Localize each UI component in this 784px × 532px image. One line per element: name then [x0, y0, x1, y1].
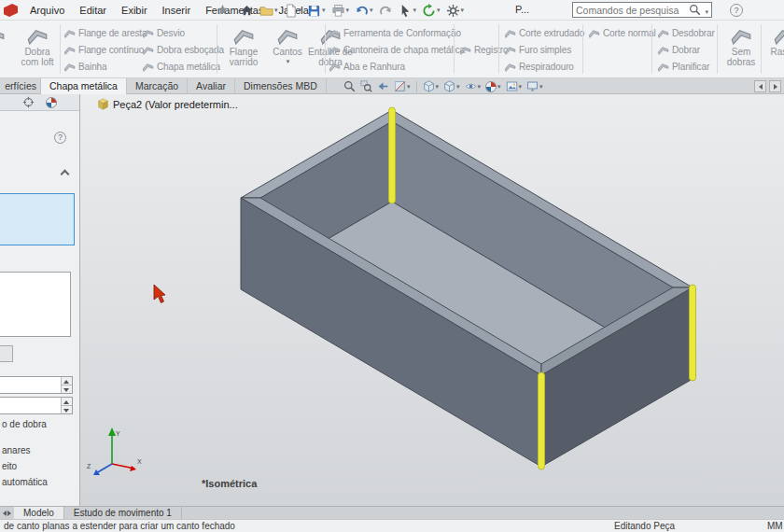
- highlighted-edge-right[interactable]: [690, 285, 696, 381]
- search-icon: [689, 4, 701, 16]
- ribbon-item-respiradouro[interactable]: Respiradouro: [504, 59, 574, 74]
- ribbon-item-bainha[interactable]: Bainha: [63, 59, 107, 74]
- spinner-value[interactable]: [0, 398, 61, 413]
- zoom-area-button[interactable]: [358, 79, 374, 94]
- status-units[interactable]: MM: [767, 520, 783, 532]
- ribbon-button-dobra-com-loft[interactable]: Dobra com loft: [15, 22, 60, 77]
- reference-triad: Y X Z: [86, 423, 146, 483]
- rebuild-button[interactable]: [419, 1, 443, 20]
- ribbon-item-corte-normal[interactable]: Corte normal: [588, 25, 656, 40]
- ribbon-item-planificar[interactable]: Planificar: [657, 59, 709, 74]
- spin-up-button[interactable]: [62, 398, 72, 405]
- ribbon-button-flange-varrido[interactable]: Flange varrido: [220, 22, 267, 77]
- menu-editar[interactable]: Editar: [72, 2, 114, 19]
- 3d-scene: [80, 94, 784, 506]
- ribbon-item-chapa-metalica[interactable]: Chapa metálica: [142, 59, 220, 74]
- ribbon-separator: [717, 24, 718, 74]
- propertymanager-tab-icon[interactable]: [22, 96, 35, 108]
- ribbon-item-registro[interactable]: Registro: [459, 42, 508, 57]
- ribbon-item-dobra-esbocada[interactable]: Dobra esboçada: [142, 42, 224, 57]
- section-view-button[interactable]: [392, 79, 413, 94]
- options-button[interactable]: [443, 1, 468, 20]
- ribbon-item-dobrar[interactable]: Dobrar: [657, 42, 700, 57]
- spinner-value[interactable]: [0, 377, 61, 393]
- sheet-metal-icon: [232, 24, 255, 47]
- panel-small-button[interactable]: [0, 345, 13, 362]
- highlighted-edge-back[interactable]: [389, 107, 396, 203]
- ribbon-item-corte-extrudado[interactable]: Corte extrudado: [504, 25, 584, 40]
- property-manager-panel: ? o de dobra anares eito automática: [0, 94, 80, 506]
- sheet-metal-icon: [63, 44, 76, 56]
- save-button[interactable]: [304, 1, 329, 20]
- collapse-pane-left-button[interactable]: [754, 80, 766, 92]
- ribbon-button-cantos[interactable]: Cantos: [269, 22, 306, 77]
- ribbon-button-sem-dobras[interactable]: Sem dobras: [721, 22, 762, 77]
- redo-button[interactable]: [376, 1, 396, 20]
- ribbon-item-ferramenta-de-conformacao[interactable]: Ferramenta de Conformação: [329, 25, 461, 40]
- tab-avaliar[interactable]: Avaliar: [188, 78, 235, 94]
- triangle-left-icon: [3, 511, 7, 516]
- feature-tree-node[interactable]: Peça2 (Valor predetermin...: [97, 98, 238, 110]
- tab-scroll-buttons[interactable]: [0, 507, 14, 519]
- ribbon-item-desdobrar[interactable]: Desdobrar: [657, 25, 715, 40]
- ribbon-button-clipped[interactable]: [0, 22, 15, 77]
- print-button[interactable]: [329, 1, 353, 20]
- triad-y-label: Y: [116, 430, 120, 437]
- zoom-area-icon: [360, 80, 372, 92]
- undo-button[interactable]: [352, 1, 376, 20]
- view-settings-button[interactable]: [525, 79, 545, 94]
- selection-listbox[interactable]: [0, 193, 75, 245]
- new-document-button[interactable]: [281, 1, 305, 20]
- ribbon-item-furo-simples[interactable]: Furo simples: [504, 42, 571, 57]
- sheet-metal-icon: [63, 61, 76, 73]
- spin-up-button[interactable]: [62, 377, 72, 385]
- ribbon-button-rasgo[interactable]: Rasgo: [763, 22, 784, 77]
- thickness-spinner[interactable]: [0, 376, 73, 394]
- select-button[interactable]: [396, 1, 420, 20]
- spin-down-button[interactable]: [62, 405, 72, 413]
- previous-view-button[interactable]: [375, 79, 391, 94]
- tab-modelo[interactable]: Modelo: [14, 507, 64, 519]
- tab-superficies[interactable]: erfícies: [0, 78, 41, 94]
- apply-scene-button[interactable]: [504, 79, 525, 94]
- collapse-pane-right-button[interactable]: [769, 80, 781, 92]
- spin-down-button[interactable]: [62, 385, 72, 393]
- tab-estudo-de-movimento[interactable]: Estudo de movimento 1: [64, 507, 182, 519]
- hide-show-items-button[interactable]: [463, 79, 483, 94]
- tab-marcacao[interactable]: Marcação: [127, 78, 188, 94]
- search-input[interactable]: [576, 5, 686, 16]
- view-orientation-button[interactable]: [421, 79, 441, 94]
- open-button[interactable]: [257, 1, 281, 20]
- items-listbox[interactable]: [0, 272, 71, 337]
- highlighted-edge-front[interactable]: [539, 372, 545, 469]
- panel-help-button[interactable]: ?: [54, 132, 66, 144]
- sheet-metal-icon: [329, 61, 341, 73]
- zoom-fit-button[interactable]: [342, 79, 357, 94]
- ribbon-separator: [651, 24, 652, 74]
- help-button[interactable]: ?: [730, 4, 743, 17]
- triad-z-axis: [96, 464, 112, 473]
- ribbon-item-flange-continuo[interactable]: Flange contínuo: [63, 42, 144, 57]
- viewport[interactable]: Peça2 (Valor predetermin... Y X Z *Isomé…: [80, 94, 784, 506]
- ribbon-item-flange-de-aresta[interactable]: Flange de aresta: [63, 25, 147, 40]
- group-collapse-chevron-icon[interactable]: [61, 170, 70, 179]
- sheet-metal-icon: [730, 24, 752, 47]
- home-button[interactable]: [237, 1, 257, 20]
- menu-inserir[interactable]: Inserir: [155, 2, 199, 19]
- ribbon-item-cantoneira-de-chapa-metalica[interactable]: Cantoneira de chapa metálica: [329, 42, 465, 57]
- display-style-button[interactable]: [441, 79, 462, 94]
- ribbon-item-aba-e-ranhura[interactable]: Aba e Ranhura: [329, 59, 405, 74]
- ribbon-item-desvio[interactable]: Desvio: [142, 25, 185, 40]
- edit-appearance-button[interactable]: [483, 79, 503, 94]
- tab-dimensoes-mbd[interactable]: Dimensões MBD: [235, 78, 327, 94]
- pin-menu-icon[interactable]: [217, 4, 229, 16]
- menu-exibir[interactable]: Exibir: [114, 2, 155, 19]
- appearances-tab-icon[interactable]: [46, 97, 57, 108]
- previous-view-icon: [377, 80, 389, 92]
- tab-chapa-metalica[interactable]: Chapa metálica: [41, 78, 127, 94]
- sheet-metal-icon: [329, 44, 341, 56]
- menu-arquivo[interactable]: Arquivo: [22, 2, 72, 19]
- search-scope-dropdown[interactable]: [704, 5, 708, 16]
- bend-radius-spinner[interactable]: [0, 397, 73, 414]
- sheet-metal-icon: [142, 44, 154, 56]
